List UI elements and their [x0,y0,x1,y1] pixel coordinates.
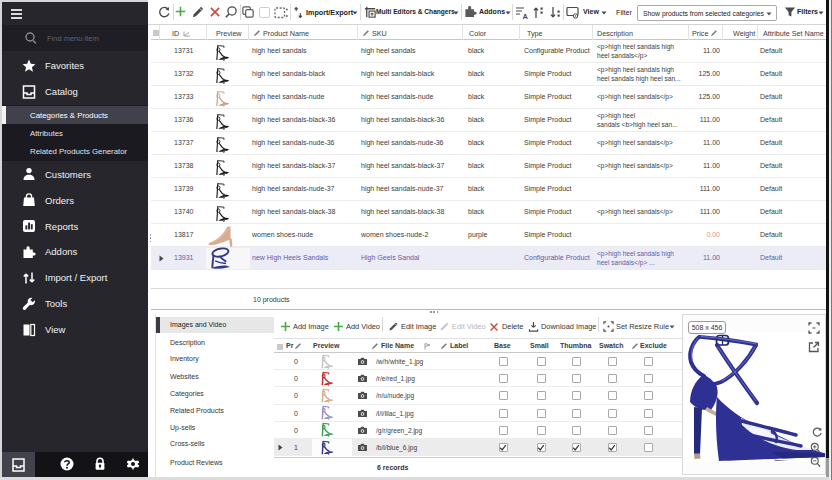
svg-text:A: A [522,11,528,18]
